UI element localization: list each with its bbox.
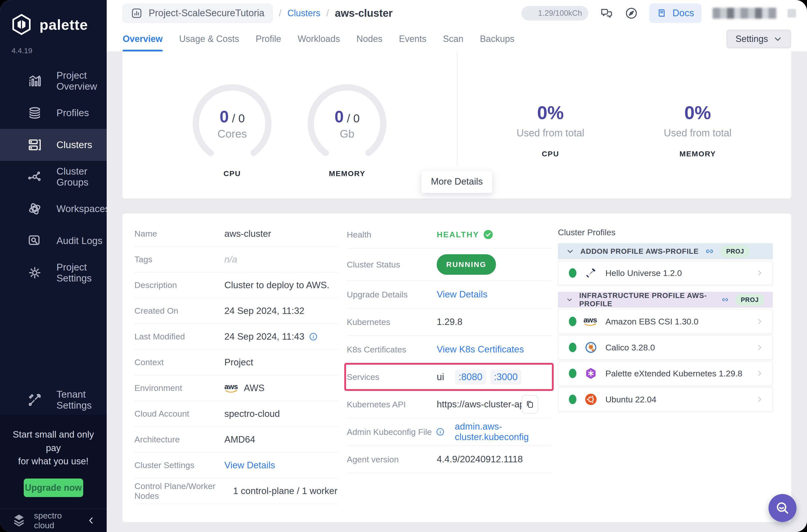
- calico-icon: [584, 340, 598, 355]
- sidebar-item-clusters[interactable]: Clusters: [0, 129, 107, 161]
- profile-item-ubuntu[interactable]: Ubuntu 22.04: [558, 387, 773, 412]
- compass-icon[interactable]: [624, 6, 638, 20]
- infrastructure-profile-group: INFRASTRUCTURE PROFILE AWS-PROFILE PROJ …: [558, 292, 773, 412]
- ubuntu-icon: [584, 392, 598, 406]
- content: 0 / 0 Cores CPU 0 / 0: [107, 52, 807, 532]
- credits-usage-pill: 1.29/100kCh: [521, 6, 588, 20]
- detail-row-description: Description Cluster to deploy to AWS.: [134, 272, 338, 298]
- upgrade-view-details-link[interactable]: View Details: [437, 289, 487, 300]
- copy-icon: [525, 400, 534, 409]
- chevron-down-icon[interactable]: [566, 248, 574, 255]
- breadcrumb-clusters-link[interactable]: Clusters: [287, 8, 320, 18]
- docs-button[interactable]: Docs: [649, 3, 701, 23]
- chevron-down-icon[interactable]: [566, 296, 573, 303]
- detail-row-environment: Environment aws AWS: [134, 375, 338, 401]
- sidebar-item-profiles[interactable]: Profiles: [0, 97, 107, 129]
- info-icon[interactable]: [309, 332, 318, 341]
- tab-workloads[interactable]: Workloads: [298, 26, 340, 52]
- chat-icon[interactable]: [599, 6, 613, 20]
- service-name: ui: [437, 372, 444, 382]
- detail-row-last-modified: Last Modified 24 Sep 2024, 11:43: [134, 324, 338, 350]
- cpu-gauge-label: CPU: [191, 169, 273, 178]
- docs-label: Docs: [672, 8, 694, 18]
- cpu-gauge-value: 0 / 0: [220, 107, 245, 126]
- gear-icon: [27, 266, 42, 280]
- cpu-usage-label: CPU: [517, 150, 584, 158]
- user-name-redacted[interactable]: [713, 8, 776, 19]
- tools-icon: [27, 393, 42, 407]
- gauges-section: 0 / 0 Cores CPU 0 / 0: [123, 52, 457, 198]
- detail-row-health: Health HEALTHY: [347, 221, 552, 248]
- settings-button[interactable]: Settings: [727, 30, 791, 48]
- upgrade-now-button[interactable]: Upgrade now: [24, 478, 83, 497]
- search-smile-icon: [775, 500, 790, 515]
- sidebar-item-tenant-settings[interactable]: Tenant Settings: [0, 385, 107, 415]
- hello-universe-icon: [584, 266, 598, 280]
- help-search-fab[interactable]: [769, 494, 796, 522]
- tab-usage-costs[interactable]: Usage & Costs: [179, 26, 239, 52]
- copy-api-url-button[interactable]: [522, 395, 538, 414]
- sidebar-item-label: Project Settings: [56, 262, 107, 284]
- chevron-down-icon: [773, 35, 782, 43]
- tab-profile[interactable]: Profile: [256, 26, 281, 52]
- memory-gauge-unit: Gb: [340, 128, 355, 140]
- overview-column: Name aws-cluster Tags n/a Description Cl…: [134, 221, 338, 510]
- sidebar-nav: Project Overview Profiles Clusters Clust…: [0, 65, 107, 289]
- breadcrumb-separator: /: [326, 8, 329, 18]
- sidebar-item-project-settings[interactable]: Project Settings: [0, 257, 107, 289]
- settings-label: Settings: [735, 34, 768, 44]
- sidebar-spacer: [0, 289, 107, 385]
- service-port-8080-link[interactable]: :8080: [455, 370, 486, 384]
- chevron-right-icon: [756, 344, 763, 351]
- app-version: 4.4.19: [0, 38, 107, 65]
- proj-badge: PROJ: [720, 245, 750, 258]
- status-dot: [569, 369, 576, 378]
- profile-item-amazon-ebs-csi[interactable]: aws Amazon EBS CSI 1.30.0: [558, 309, 773, 334]
- tab-backups[interactable]: Backups: [480, 26, 514, 52]
- detail-row-context: Context Project: [134, 350, 338, 375]
- link-icon[interactable]: [705, 247, 714, 256]
- breadcrumb-project-pill[interactable]: Project-ScaleSecureTutoria: [122, 3, 273, 23]
- audit-search-icon: [27, 233, 42, 248]
- spectro-cloud-logo-icon: [11, 513, 27, 529]
- info-icon[interactable]: [436, 428, 445, 436]
- service-port-3000-link[interactable]: :3000: [490, 370, 521, 384]
- user-menu-redacted[interactable]: [788, 9, 796, 18]
- cpu-gauge: 0 / 0 Cores CPU: [191, 82, 273, 178]
- sidebar-item-label: Profiles: [56, 108, 89, 118]
- orbit-icon: [27, 202, 42, 216]
- tab-scan[interactable]: Scan: [443, 26, 464, 52]
- profile-item-palette-extended-kubernetes[interactable]: Palette eXtended Kubernetes 1.29.8: [558, 361, 773, 386]
- tab-nodes[interactable]: Nodes: [357, 26, 382, 52]
- more-details-button[interactable]: More Details: [421, 170, 493, 193]
- sidebar-item-project-overview[interactable]: Project Overview: [0, 65, 107, 97]
- tab-overview[interactable]: Overview: [123, 26, 163, 52]
- sidebar-item-label: Workspaces: [56, 203, 110, 214]
- cluster-settings-view-details-link[interactable]: View Details: [224, 460, 275, 471]
- sidebar-item-audit-logs[interactable]: Audit Logs: [0, 225, 107, 257]
- chevron-right-icon: [756, 269, 763, 277]
- sidebar-item-label: Cluster Groups: [56, 166, 107, 188]
- tab-events[interactable]: Events: [399, 26, 427, 52]
- collapse-sidebar-icon[interactable]: [87, 516, 96, 525]
- usage-percent-section: 0% Used from total CPU 0% Used from tota…: [457, 52, 791, 198]
- cpu-usage-block: 0% Used from total CPU: [517, 102, 584, 158]
- sidebar-item-workspaces[interactable]: Workspaces: [0, 193, 107, 225]
- addon-profile-header[interactable]: ADDON PROFILE AWS-PROFILE PROJ: [558, 243, 773, 259]
- project-chart-icon: [131, 7, 143, 19]
- infrastructure-profile-header[interactable]: INFRASTRUCTURE PROFILE AWS-PROFILE PROJ: [558, 292, 773, 308]
- usage-card: 0 / 0 Cores CPU 0 / 0: [123, 52, 791, 198]
- kubernetes-api-url: https://aws-cluster-apiserve...: [437, 399, 522, 410]
- profile-item-hello-universe[interactable]: Hello Universe 1.2.0: [558, 261, 773, 285]
- kubeconfig-download-link[interactable]: admin.aws-cluster.kubeconfig: [455, 421, 552, 442]
- sidebar-item-cluster-groups[interactable]: Cluster Groups: [0, 161, 107, 193]
- aws-logo-icon: aws: [224, 383, 238, 393]
- promo-text: Start small and only pay for what you us…: [7, 428, 99, 468]
- memory-gauge-value: 0 / 0: [335, 107, 360, 126]
- detail-row-kubernetes-api: Kubernetes API https://aws-cluster-apise…: [347, 391, 552, 418]
- layers-stack-icon: [27, 106, 42, 120]
- proj-badge: PROJ: [735, 294, 764, 306]
- profile-item-calico[interactable]: Calico 3.28.0: [558, 335, 773, 360]
- view-k8s-certificates-link[interactable]: View K8s Certificates: [437, 344, 524, 355]
- link-icon[interactable]: [721, 295, 729, 304]
